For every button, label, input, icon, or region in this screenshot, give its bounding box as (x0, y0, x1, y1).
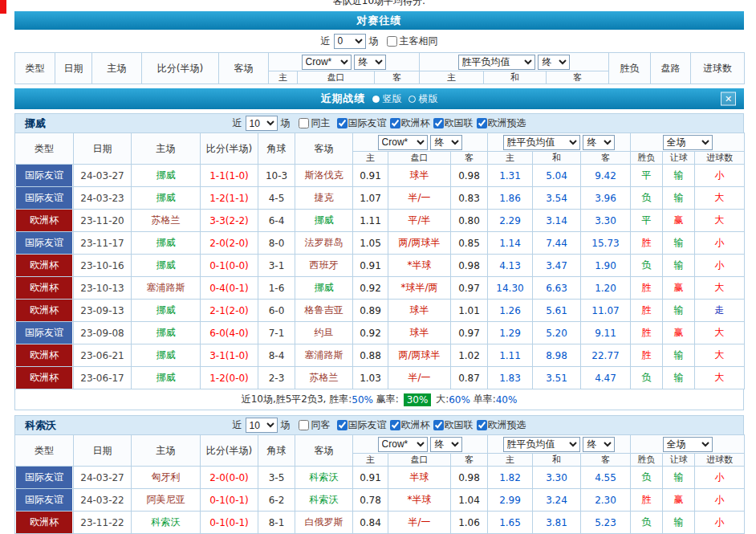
crow-away-odds: 1.01 (451, 300, 488, 322)
col-avg-home: 主 (488, 454, 533, 467)
col-road: 盘路 (651, 53, 691, 84)
home-team: 科索沃 (132, 512, 201, 534)
h2h-avg-odds-select[interactable]: 胜平负均值 (458, 55, 535, 70)
corner-count: 3-1 (258, 255, 295, 277)
h2h-section: 对赛往绩 近 0 场 主客相同 类型 日期 主场 (14, 11, 744, 84)
close-icon[interactable]: ✕ (721, 92, 736, 106)
same-venue-checkbox[interactable] (299, 420, 309, 430)
competition-filter[interactable]: 国际友谊 (334, 116, 387, 130)
competition-label: 欧洲杯 (401, 116, 430, 130)
scope-select[interactable]: 全场 (663, 437, 713, 452)
avg-away-odds: 9.11 (581, 322, 631, 344)
home-team: 挪威 (132, 165, 201, 187)
col-score: 比分(半场) (142, 53, 219, 84)
competition-badge: 欧洲杯 (16, 367, 72, 389)
odds-time-select[interactable]: 终 (430, 135, 462, 150)
col-score: 比分(半场) (201, 133, 258, 165)
col-avg-draw: 和 (533, 454, 581, 467)
match-score: 1-2(1-1) (201, 187, 258, 210)
competition-checkbox[interactable] (433, 118, 444, 128)
match-date: 24-03-27 (74, 165, 132, 187)
avg-odds-select[interactable]: 胜平负均值 (503, 437, 580, 452)
horizontal-layout-radio[interactable] (408, 96, 416, 103)
competition-label: 国际友谊 (348, 116, 387, 130)
competition-filter[interactable]: 欧国联 (430, 116, 474, 130)
col-type: 类型 (15, 435, 74, 467)
corner-count: 1-6 (258, 277, 295, 300)
same-venue-filter[interactable]: 同客 (294, 418, 331, 432)
competition-filter[interactable]: 国际友谊 (334, 418, 387, 432)
match-date: 23-06-21 (74, 344, 132, 367)
match-date: 23-10-16 (74, 255, 132, 277)
home-team: 挪威 (132, 344, 201, 367)
corner-count: 8-0 (258, 232, 295, 255)
match-row: 欧洲杯23-06-17挪威1-2(0-0)2-3苏格兰1.03半/一0.871.… (15, 367, 745, 389)
crow-away-odds: 0.83 (451, 187, 488, 210)
norway-near-select[interactable]: 10 (246, 116, 278, 131)
scope-select[interactable]: 全场 (663, 135, 713, 150)
avg-draw-odds: 6.63 (533, 277, 581, 300)
competition-filter[interactable]: 欧洲预选 (474, 418, 526, 432)
match-score: 2-0(0-0) (201, 467, 258, 489)
same-venue-checkbox[interactable] (299, 118, 309, 128)
col-avg-away: 客 (547, 71, 609, 84)
match-row: 欧洲杯23-06-21挪威3-1(1-0)8-4塞浦路斯0.88两/两球半1.0… (15, 344, 745, 367)
away-team: 科索沃 (295, 467, 353, 489)
avg-home-odds: 1.11 (488, 344, 533, 367)
handicap-result-flag: 输 (663, 512, 695, 534)
competition-checkbox[interactable] (337, 118, 348, 128)
summary-segment: 40% (496, 394, 518, 406)
avg-odds-select[interactable]: 胜平负均值 (503, 135, 580, 150)
match-score: 1-2(0-0) (201, 367, 258, 389)
h2h-same-filter[interactable]: 主客相同 (382, 35, 438, 48)
handicap-result-flag: 输 (663, 187, 695, 210)
odds-source-select[interactable]: Crow* (378, 135, 428, 150)
handicap-line: 球半 (388, 165, 451, 187)
match-score: 6-0(4-0) (201, 322, 258, 344)
odds-source-select[interactable]: Crow* (378, 437, 428, 452)
col-date: 日期 (74, 133, 132, 165)
away-team: 苏格兰 (295, 367, 353, 389)
avg-time-select[interactable]: 终 (583, 135, 615, 150)
competition-checkbox[interactable] (390, 118, 400, 128)
crow-select-group: Crow* 终 (353, 133, 488, 152)
competition-filter[interactable]: 欧国联 (430, 418, 474, 432)
h2h-same-checkbox[interactable] (387, 36, 397, 47)
summary-segment: 近10场,胜5平2负3, 胜率: (242, 393, 352, 406)
competition-checkbox[interactable] (477, 118, 487, 128)
col-home: 主场 (132, 435, 201, 467)
handicap-result-flag: 输 (663, 367, 695, 389)
competition-checkbox[interactable] (433, 420, 444, 430)
home-team: 苏格兰 (132, 210, 201, 232)
vertical-layout-radio[interactable] (372, 96, 380, 103)
odds-time-select[interactable]: 终 (430, 437, 462, 452)
competition-filter[interactable]: 欧洲杯 (387, 418, 430, 432)
away-team: 挪威 (295, 210, 353, 232)
handicap-result-flag: 赢 (663, 277, 695, 300)
goals-flag: 大 (695, 277, 745, 300)
handicap-result-flag: 赢 (663, 322, 695, 344)
avg-home-odds: 1.14 (488, 232, 533, 255)
corner-count: 8-1 (258, 512, 295, 534)
handicap-line: *球半/两 (388, 277, 451, 300)
competition-filter[interactable]: 欧洲杯 (387, 116, 430, 130)
h2h-odds-source-select[interactable]: Crow* (302, 55, 352, 70)
h2h-near-select[interactable]: 0 (334, 34, 366, 49)
competition-checkbox[interactable] (337, 420, 348, 430)
competition-type-cell: 欧洲杯 (15, 300, 74, 322)
crow-home-odds: 0.92 (353, 277, 388, 300)
avg-home-odds: 4.13 (488, 255, 533, 277)
competition-checkbox[interactable] (477, 420, 487, 430)
competition-checkbox[interactable] (390, 420, 400, 430)
same-venue-filter[interactable]: 同主 (294, 116, 331, 130)
result-flag: 平 (631, 210, 663, 232)
result-flag: 胜 (631, 232, 663, 255)
avg-time-select[interactable]: 终 (583, 437, 615, 452)
h2h-avg-time-select[interactable]: 终 (538, 55, 570, 70)
h2h-odds-time-select[interactable]: 终 (354, 55, 386, 70)
games-label: 场 (281, 418, 291, 432)
kosovo-near-select[interactable]: 10 (246, 418, 278, 433)
summary-segment: 大: (433, 393, 449, 406)
goals-flag: 大 (695, 187, 745, 210)
competition-filter[interactable]: 欧洲预选 (474, 116, 526, 130)
